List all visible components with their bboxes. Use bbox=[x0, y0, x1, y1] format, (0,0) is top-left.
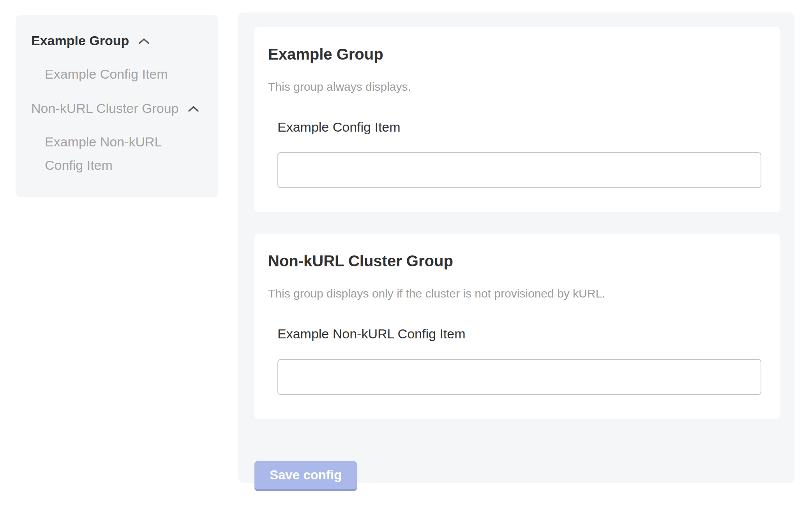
config-item-label: Example Non-kURL Config Item bbox=[277, 326, 761, 342]
sidebar-item-example-non-kurl-config-item[interactable]: Example Non-kURL Config Item bbox=[45, 130, 203, 177]
config-main-panel: Example Group This group always displays… bbox=[238, 12, 794, 483]
chevron-up-icon[interactable] bbox=[138, 28, 150, 51]
chevron-up-icon[interactable] bbox=[188, 96, 199, 119]
config-item: Example Non-kURL Config Item bbox=[277, 326, 761, 395]
sidebar-group-non-kurl[interactable]: Non-kURL Cluster Group bbox=[31, 96, 203, 120]
config-item-label: Example Config Item bbox=[277, 119, 761, 135]
config-item-text-input[interactable] bbox=[277, 359, 761, 395]
group-description: This group displays only if the cluster … bbox=[268, 286, 764, 301]
config-group-card-example: Example Group This group always displays… bbox=[254, 27, 780, 212]
sidebar-group-non-kurl-label: Non-kURL Cluster Group bbox=[31, 101, 179, 116]
group-title: Non-kURL Cluster Group bbox=[268, 252, 764, 270]
sidebar-group-example[interactable]: Example Group bbox=[31, 28, 203, 52]
sidebar-group-example-label: Example Group bbox=[31, 33, 129, 48]
config-page: Example Group Example Config Item Non-kU… bbox=[0, 0, 812, 507]
config-item: Example Config Item bbox=[277, 119, 761, 188]
sidebar-item-example-config-item[interactable]: Example Config Item bbox=[45, 62, 203, 86]
config-sidebar: Example Group Example Config Item Non-kU… bbox=[16, 15, 218, 197]
group-title: Example Group bbox=[268, 45, 764, 63]
config-group-card-non-kurl: Non-kURL Cluster Group This group displa… bbox=[254, 234, 780, 419]
config-item-text-input[interactable] bbox=[277, 152, 761, 188]
save-config-button[interactable]: Save config bbox=[254, 461, 357, 491]
group-description: This group always displays. bbox=[268, 79, 764, 94]
